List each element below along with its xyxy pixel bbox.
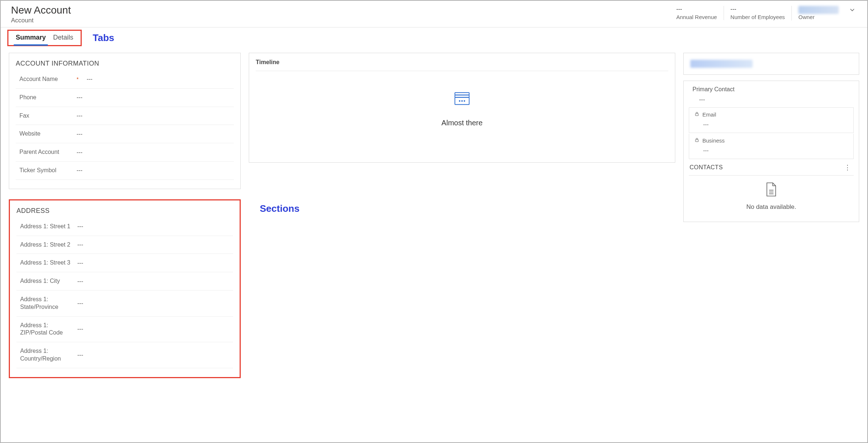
- form-body: ACCOUNT INFORMATION Account Name * --- P…: [1, 46, 867, 386]
- field-label: Address 1: State/Province: [16, 296, 75, 311]
- expand-header-button[interactable]: [847, 6, 857, 15]
- field-value: ---: [84, 76, 92, 82]
- annotation-sections: Sections: [249, 203, 675, 214]
- field-account-name[interactable]: Account Name * ---: [16, 70, 234, 89]
- section-title-account-info: ACCOUNT INFORMATION: [16, 60, 234, 67]
- header-field-revenue[interactable]: --- Annual Revenue: [670, 6, 724, 20]
- folder-icon: [453, 89, 472, 109]
- owner-value-redacted: [798, 6, 839, 14]
- section-primary-contact: Primary Contact --- Email --- Business: [683, 81, 859, 222]
- header-revenue-label: Annual Revenue: [676, 14, 717, 20]
- svg-point-4: [462, 100, 462, 101]
- header-field-owner[interactable]: Owner: [791, 6, 845, 21]
- primary-contact-value[interactable]: ---: [689, 93, 854, 107]
- header-revenue-value: ---: [676, 6, 717, 13]
- field-value: ---: [74, 167, 82, 174]
- field-label: Website: [16, 130, 74, 138]
- svg-rect-6: [695, 114, 698, 115]
- field-address-country[interactable]: Address 1: Country/Region ---: [16, 342, 233, 368]
- contacts-header: CONTACTS ⋮: [689, 161, 854, 176]
- contacts-no-data-text: No data available.: [746, 203, 796, 211]
- timeline-empty-text: Almost there: [442, 119, 483, 127]
- timeline-title: Timeline: [256, 59, 668, 71]
- field-address-city[interactable]: Address 1: City ---: [16, 272, 233, 291]
- field-address-street2[interactable]: Address 1: Street 2 ---: [16, 236, 233, 254]
- field-value: ---: [75, 326, 83, 332]
- lock-icon: [694, 111, 699, 118]
- lock-icon: [694, 137, 699, 144]
- required-indicator: *: [77, 76, 78, 82]
- contacts-more-button[interactable]: ⋮: [842, 163, 853, 171]
- field-parent-account[interactable]: Parent Account ---: [16, 143, 234, 162]
- field-value: ---: [74, 149, 82, 156]
- section-account-information: ACCOUNT INFORMATION Account Name * --- P…: [9, 53, 241, 189]
- annotation-tabs: Tabs: [93, 32, 114, 44]
- field-value: ---: [75, 223, 83, 230]
- field-address-state[interactable]: Address 1: State/Province ---: [16, 291, 233, 317]
- field-value: ---: [75, 241, 83, 248]
- primary-contact-business-value: ---: [694, 144, 848, 155]
- field-address-street1[interactable]: Address 1: Street 1 ---: [16, 218, 233, 236]
- field-value: ---: [74, 131, 82, 137]
- field-value: ---: [75, 352, 83, 358]
- entity-name: Account: [11, 17, 71, 24]
- field-label: Ticker Symbol: [16, 167, 74, 174]
- field-value: ---: [75, 300, 83, 307]
- field-label: Address 1: Street 3: [16, 259, 75, 267]
- field-address-street3[interactable]: Address 1: Street 3 ---: [16, 254, 233, 272]
- field-value: ---: [75, 260, 83, 266]
- section-timeline: Timeline Almost there: [249, 53, 675, 163]
- tabs-row: Summary Details Tabs: [1, 27, 867, 46]
- field-address-zip[interactable]: Address 1: ZIP/Postal Code ---: [16, 317, 233, 343]
- field-label: Address 1: Street 1: [16, 223, 75, 230]
- right-column: Primary Contact --- Email --- Business: [683, 53, 859, 222]
- document-icon: [765, 182, 778, 198]
- header-employees-value: ---: [731, 6, 785, 13]
- field-value: ---: [74, 112, 82, 119]
- field-value: ---: [74, 94, 82, 101]
- tab-list: Summary Details: [7, 30, 82, 46]
- left-column: ACCOUNT INFORMATION Account Name * --- P…: [9, 53, 241, 378]
- field-website[interactable]: Website ---: [16, 125, 234, 143]
- field-label: Parent Account: [16, 148, 74, 156]
- quick-view-card: [683, 53, 859, 75]
- primary-contact-email-value: ---: [694, 118, 848, 129]
- quick-view-title-redacted: [690, 60, 753, 68]
- field-ticker-symbol[interactable]: Ticker Symbol ---: [16, 162, 234, 180]
- field-label: Address 1: ZIP/Postal Code: [16, 322, 75, 337]
- contacts-title: CONTACTS: [690, 164, 723, 171]
- primary-contact-email-label: Email: [702, 111, 716, 118]
- section-address: ADDRESS Address 1: Street 1 --- Address …: [9, 199, 241, 378]
- field-phone[interactable]: Phone ---: [16, 89, 234, 107]
- header-right: --- Annual Revenue --- Number of Employe…: [670, 6, 857, 21]
- primary-contact-business-label: Business: [702, 137, 725, 144]
- svg-point-5: [464, 100, 465, 101]
- primary-contact-business: Business ---: [689, 134, 854, 159]
- svg-rect-7: [695, 140, 698, 141]
- chevron-down-icon: [849, 6, 856, 15]
- form-header: New Account Account --- Annual Revenue -…: [1, 1, 867, 27]
- field-fax[interactable]: Fax ---: [16, 107, 234, 125]
- field-value: ---: [75, 278, 83, 285]
- header-field-employees[interactable]: --- Number of Employees: [724, 6, 791, 20]
- timeline-empty-state: Almost there: [256, 71, 668, 144]
- header-employees-label: Number of Employees: [731, 14, 785, 20]
- page-title: New Account: [11, 4, 71, 16]
- field-label: Fax: [16, 112, 74, 120]
- primary-contact-label: Primary Contact: [689, 86, 854, 93]
- tab-details[interactable]: Details: [49, 32, 77, 45]
- header-owner-label: Owner: [798, 14, 815, 20]
- field-label: Address 1: Street 2: [16, 241, 75, 249]
- contacts-empty-state: No data available.: [689, 176, 854, 214]
- header-left: New Account Account: [11, 4, 71, 24]
- field-label: Address 1: City: [16, 277, 75, 285]
- tab-summary[interactable]: Summary: [12, 32, 49, 45]
- field-label: Phone: [16, 94, 74, 101]
- primary-contact-email: Email ---: [689, 107, 854, 133]
- middle-column: Timeline Almost there Sections: [249, 53, 675, 214]
- section-title-address: ADDRESS: [16, 207, 233, 215]
- field-label: Account Name: [16, 75, 74, 83]
- svg-point-3: [459, 100, 460, 101]
- field-label: Address 1: Country/Region: [16, 347, 75, 363]
